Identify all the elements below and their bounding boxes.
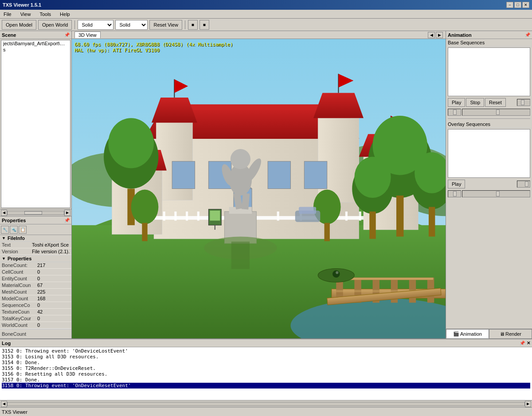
prop-icon-2[interactable]: 🔩 (10, 226, 18, 234)
base-slider-thumb[interactable] (453, 110, 457, 115)
render-mode-select-2[interactable]: Solid Textured (115, 20, 148, 30)
svg-rect-23 (172, 161, 195, 189)
toolbar-icon-btn-1[interactable]: ■ (188, 20, 198, 30)
menu-file[interactable]: File (2, 11, 13, 17)
overlay-progress-thumb[interactable] (496, 191, 500, 196)
menu-help[interactable]: Help (58, 11, 72, 17)
close-button[interactable]: ✕ (522, 2, 529, 8)
hud-line2: HAL (hw vp): ATI FireGL V3100 (74, 47, 233, 53)
viewport[interactable]: 68.60 fps (880x727), X8R8G8B8 (D24S8) (4… (72, 39, 446, 338)
menu-bar: File View Tools Help (0, 10, 532, 19)
table-row: CellCount0 (0, 269, 71, 275)
maximize-button[interactable]: □ (514, 2, 521, 8)
view-prev-btn[interactable]: ◀ (428, 32, 435, 38)
log-hscroll[interactable]: ◀ ▶ (0, 400, 532, 407)
log-line: 3153 0: Losing all D3D resources. (2, 354, 530, 360)
prop-icon-3[interactable]: 📋 (19, 226, 27, 234)
log-scroll-track[interactable] (7, 402, 525, 406)
base-progress-slider[interactable] (462, 109, 530, 116)
log-scroll-left[interactable]: ◀ (1, 401, 7, 407)
3d-view-tab[interactable]: 3D View (74, 31, 101, 38)
scroll-right-arrow[interactable]: ▶ (64, 210, 70, 216)
render-mode-select-1[interactable]: Solid Wireframe (78, 20, 113, 30)
base-slider-small[interactable] (448, 109, 461, 116)
svg-rect-35 (197, 212, 200, 221)
animation-tab[interactable]: 🎬 Animation (446, 329, 489, 338)
render-tab-label: Render (505, 331, 521, 337)
overlay-anim-controls: Play (446, 179, 532, 189)
stop-button[interactable]: Stop (466, 98, 484, 107)
overlay-slider-thumb[interactable] (525, 181, 528, 187)
svg-rect-34 (186, 212, 188, 221)
scene-panel-title: Scene (2, 32, 16, 38)
log-line: 3157 0: Done. (2, 377, 530, 383)
prop-label: TextureCoun (0, 309, 35, 315)
open-model-button[interactable]: Open Model (2, 20, 36, 30)
menu-tools[interactable]: Tools (38, 11, 53, 17)
scene-tree-item[interactable]: jects\Barnyard_Art\Export\Model\ (1, 40, 70, 47)
prop-label: ModelCount (0, 295, 35, 302)
log-line: 3158 0: Throwing event: 'OnDeviceResetEv… (2, 383, 530, 389)
scroll-track[interactable] (7, 211, 64, 215)
open-world-button[interactable]: Open World (38, 20, 72, 30)
svg-rect-33 (174, 212, 176, 221)
speed-slider-small[interactable] (517, 99, 530, 106)
scene-hscrollbar[interactable]: ◀ ▶ (0, 209, 71, 216)
table-row: Version File version (2.1). (0, 248, 71, 255)
prop-value: 0 (35, 269, 71, 275)
log-close-icon[interactable]: ✕ (527, 341, 530, 345)
prop-value: 67 (35, 282, 71, 289)
scene-pin-icon[interactable]: 📌 (64, 32, 70, 37)
left-panel: Scene 📌 jects\Barnyard_Art\Export\Model\… (0, 31, 72, 338)
prop-value: 168 (35, 295, 71, 302)
base-sequences-list[interactable] (448, 47, 530, 96)
scroll-left-arrow[interactable]: ◀ (1, 210, 7, 216)
scene-tree[interactable]: jects\Barnyard_Art\Export\Model\ s (1, 40, 70, 208)
toolbar-icon-btn-2[interactable]: ■ (200, 20, 209, 30)
scene-panel-header: Scene 📌 (0, 31, 71, 39)
animation-pin-icon[interactable]: 📌 (525, 32, 530, 37)
properties-section-header[interactable]: ▼ Properties (0, 255, 71, 262)
overlay-sequences-list[interactable] (448, 129, 530, 178)
status-text: TXS Viewer (2, 409, 27, 415)
svg-rect-59 (142, 223, 147, 241)
svg-rect-39 (277, 212, 279, 221)
properties-panel-title: Properties (2, 218, 26, 223)
prop-icon-1[interactable]: 🔧 (1, 226, 9, 234)
reset-button[interactable]: Reset (485, 98, 506, 107)
file-info-header[interactable]: ▼ FileInfo (0, 235, 71, 242)
render-tab[interactable]: 🖥 Render (489, 329, 532, 338)
svg-rect-67 (242, 193, 250, 209)
overlay-play-button[interactable]: Play (448, 180, 465, 188)
base-progress-thumb[interactable] (496, 110, 500, 115)
prop-label: CellCount (0, 269, 35, 275)
prop-value: 42 (35, 309, 71, 315)
reset-view-button[interactable]: Reset View (149, 20, 182, 30)
app-title: TXS Viewer 1.5.1 (3, 2, 41, 8)
minimize-button[interactable]: − (506, 2, 513, 8)
log-scroll-right[interactable]: ▶ (525, 401, 531, 407)
overlay-slider-small[interactable] (517, 181, 530, 188)
log-pin-icon[interactable]: 📌 (520, 341, 525, 345)
svg-rect-57 (325, 223, 330, 241)
animation-panel-title: Animation (448, 32, 472, 38)
log-content[interactable]: 3152 0: Throwing event: 'OnDeviceLostEve… (0, 347, 532, 400)
prop-value: 225 (35, 289, 71, 295)
prop-label: SequenceCo (0, 302, 35, 309)
speed-slider-thumb[interactable] (521, 100, 524, 105)
prop-label: Version (0, 248, 30, 255)
view-nav: ◀ ▶ (428, 32, 443, 38)
table-row: Text Toshi eXport Sce (0, 242, 71, 248)
properties-pin-icon[interactable]: 📌 (64, 218, 70, 223)
play-button[interactable]: Play (448, 98, 465, 107)
view-next-btn[interactable]: ▶ (436, 32, 443, 38)
overlay-progress-slider[interactable] (462, 190, 530, 197)
menu-view[interactable]: View (19, 11, 33, 17)
overlay-slider-thumb2[interactable] (453, 191, 457, 196)
overlay-sequences-label: Overlay Sequences (446, 121, 532, 128)
anim-divider (448, 118, 530, 119)
overlay-slider-small2[interactable] (448, 190, 461, 197)
view-header: 3D View ◀ ▶ (72, 31, 446, 39)
anim-tab-icon: 🎬 (453, 331, 459, 337)
scroll-thumb[interactable] (24, 211, 42, 215)
